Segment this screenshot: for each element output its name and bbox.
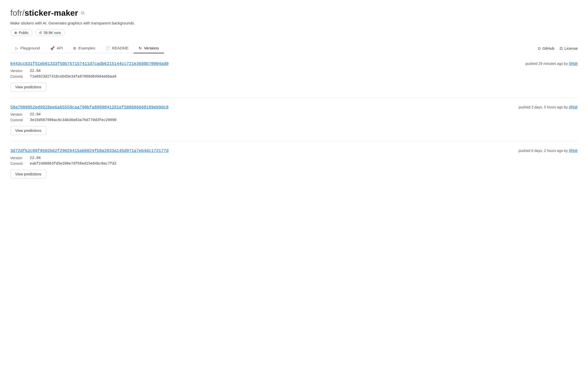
version-value-3: 22.04 xyxy=(30,156,41,160)
meta-version-row-3: Version 22.04 xyxy=(10,156,578,160)
copy-icon[interactable]: ⧉ xyxy=(81,10,84,16)
versions-list: 6443cc831f51eb01333f50b757157411d7cadb62… xyxy=(10,54,578,185)
tab-readme[interactable]: 📄 README xyxy=(100,43,134,53)
version-hash-1[interactable]: 6443cc831f51eb01333f50b757157411d7cadb62… xyxy=(10,62,169,66)
badge-row: ⊕ Public ↺ 39.9K runs xyxy=(10,29,578,36)
view-predictions-button-3[interactable]: View predictions xyxy=(10,170,46,178)
tab-versions[interactable]: ↻ Versions xyxy=(134,43,164,53)
examples-icon: ⊞ xyxy=(73,46,76,50)
repo-description: Make stickers with AI. Generates graphic… xyxy=(10,21,578,25)
runs-badge: ↺ 39.9K runs xyxy=(35,29,65,36)
commit-value-2: 3e15d567998ac6c34b30a63a76d770d3fec29990 xyxy=(30,118,116,122)
version-meta-1: Version 22.04 Commit 71a6923d2741bcebd3e… xyxy=(10,69,578,79)
commit-value-3: eabf2408863fd5e200e7df56ed15e64bc0ec7fd2 xyxy=(30,162,116,166)
github-label: GitHub xyxy=(542,46,555,50)
runs-label: 39.9K runs xyxy=(44,31,61,35)
runs-icon: ↺ xyxy=(39,31,42,35)
pushed-text-3: pushed 6 days, 2 hours ago by xyxy=(518,149,568,153)
repo-name[interactable]: sticker-maker xyxy=(24,8,78,18)
tab-examples-label: Examples xyxy=(78,46,95,50)
top-bar: ▷ Playground 🚀 API ⊞ Examples 📄 README ↻… xyxy=(10,43,578,53)
license-link[interactable]: ⚖ License xyxy=(559,46,578,51)
meta-version-row-1: Version 22.04 xyxy=(10,69,578,73)
tab-playground-label: Playground xyxy=(20,46,40,50)
public-badge: ⊕ Public xyxy=(10,29,32,36)
tab-examples[interactable]: ⊞ Examples xyxy=(68,43,100,53)
version-hash-2[interactable]: 58a7099052ed9928ee6a65559caa790bfa890984… xyxy=(10,105,169,110)
commit-label-1: Commit xyxy=(10,74,26,79)
version-meta-2: Version 22.04 Commit 3e15d567998ac6c34b3… xyxy=(10,112,578,122)
version-row-1: 6443cc831f51eb01333f50b757157411d7cadb62… xyxy=(10,62,578,66)
push-info-2: pushed 3 days, 5 hours ago by @fofr xyxy=(518,105,578,109)
push-info-1: pushed 29 minutes ago by @fofr xyxy=(525,62,578,66)
version-row-3: 3d72dfb2c09f9502b62f29026415ab0024fb8a20… xyxy=(10,149,578,153)
tab-playground[interactable]: ▷ Playground xyxy=(10,43,45,53)
view-predictions-button-2[interactable]: View predictions xyxy=(10,126,46,135)
playground-icon: ▷ xyxy=(15,46,18,50)
version-row-2: 58a7099052ed9928ee6a65559caa790bfa890984… xyxy=(10,105,578,110)
public-label: Public xyxy=(19,31,29,35)
owner-name[interactable]: fofr xyxy=(10,8,22,18)
tab-readme-label: README xyxy=(112,46,128,50)
pushed-text-2: pushed 3 days, 5 hours ago by xyxy=(518,105,568,109)
version-label-3: Version xyxy=(10,156,26,160)
version-label-1: Version xyxy=(10,69,26,73)
nav-tabs: ▷ Playground 🚀 API ⊞ Examples 📄 README ↻… xyxy=(10,43,164,53)
page-title: fofr/sticker-maker xyxy=(10,8,78,18)
version-meta-3: Version 22.04 Commit eabf2408863fd5e200e… xyxy=(10,156,578,166)
meta-commit-row-1: Commit 71a6923d2741bcebd3e34fa87888d849d… xyxy=(10,74,578,79)
version-hash-3[interactable]: 3d72dfb2c09f9502b62f29026415ab0024fb8a20… xyxy=(10,149,169,153)
license-icon: ⚖ xyxy=(559,46,563,51)
separator: / xyxy=(22,8,24,18)
commit-label-3: Commit xyxy=(10,162,26,166)
header-actions: ⊙ GitHub ⚖ License xyxy=(538,46,578,51)
version-entry-2: 58a7099052ed9928ee6a65559caa790bfa890984… xyxy=(10,98,578,141)
view-predictions-button-1[interactable]: View predictions xyxy=(10,83,46,91)
version-value-2: 22.04 xyxy=(30,112,41,116)
public-icon: ⊕ xyxy=(14,31,17,35)
tab-api[interactable]: 🚀 API xyxy=(45,43,68,53)
version-value-1: 22.04 xyxy=(30,69,41,73)
readme-icon: 📄 xyxy=(106,46,110,50)
page-header: fofr/sticker-maker ⧉ xyxy=(10,8,578,18)
versions-icon: ↻ xyxy=(139,46,142,50)
author-link-1[interactable]: @fofr xyxy=(569,62,578,66)
tab-api-label: API xyxy=(57,46,63,50)
pushed-text-1: pushed 29 minutes ago by xyxy=(525,62,568,66)
commit-value-1: 71a6923d2741bcebd3e34fa87888d849d4ebbaa6 xyxy=(30,74,116,79)
commit-label-2: Commit xyxy=(10,118,26,122)
license-label: License xyxy=(564,46,578,50)
tab-versions-label: Versions xyxy=(144,46,159,50)
meta-commit-row-3: Commit eabf2408863fd5e200e7df56ed15e64bc… xyxy=(10,162,578,166)
meta-commit-row-2: Commit 3e15d567998ac6c34b30a63a76d770d3f… xyxy=(10,118,578,122)
api-icon: 🚀 xyxy=(50,46,55,50)
author-link-3[interactable]: @fofr xyxy=(569,149,578,153)
version-entry-1: 6443cc831f51eb01333f50b757157411d7cadb62… xyxy=(10,54,578,98)
github-link[interactable]: ⊙ GitHub xyxy=(538,46,555,51)
github-icon: ⊙ xyxy=(538,46,541,51)
push-info-3: pushed 6 days, 2 hours ago by @fofr xyxy=(518,149,578,153)
meta-version-row-2: Version 22.04 xyxy=(10,112,578,116)
author-link-2[interactable]: @fofr xyxy=(569,105,578,109)
version-label-2: Version xyxy=(10,112,26,116)
version-entry-3: 3d72dfb2c09f9502b62f29026415ab0024fb8a20… xyxy=(10,141,578,185)
